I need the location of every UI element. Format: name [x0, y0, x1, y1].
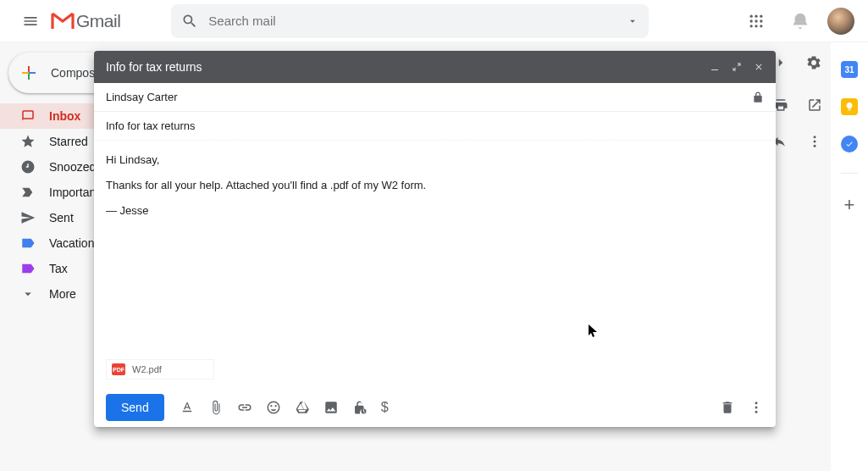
emoji-icon	[266, 400, 281, 415]
subject-text: Info for tax returns	[106, 119, 196, 132]
recipient-chip: Lindsay Carter	[106, 91, 178, 103]
insert-drive-button[interactable]	[295, 400, 310, 415]
gmail-logo-text: Gmail	[76, 11, 120, 31]
svg-point-0	[750, 14, 753, 17]
dialog-title: Info for tax returns	[106, 60, 202, 74]
svg-point-6	[750, 25, 753, 27]
search-options-button[interactable]	[627, 15, 639, 27]
attachment-name: W2.pdf	[132, 364, 162, 374]
calendar-addon[interactable]: 31	[841, 61, 858, 78]
close-icon	[754, 62, 764, 72]
main-menu-button[interactable]	[14, 4, 47, 38]
expand-icon	[732, 62, 742, 72]
svg-point-4	[755, 19, 757, 22]
svg-point-15	[755, 411, 758, 413]
mouse-cursor	[589, 324, 599, 338]
google-apps-button[interactable]	[739, 4, 773, 38]
attach-file-button[interactable]	[208, 400, 224, 415]
svg-rect-12	[711, 69, 718, 70]
svg-point-3	[750, 19, 753, 22]
keep-addon[interactable]	[841, 98, 858, 115]
subject-field[interactable]: Info for tax returns	[94, 112, 776, 141]
popout-button[interactable]	[732, 62, 742, 72]
discard-draft-button[interactable]	[720, 400, 735, 415]
search-bar[interactable]	[171, 4, 649, 38]
keep-icon	[844, 102, 854, 112]
toolbar-right	[720, 400, 764, 415]
send-button[interactable]: Send	[106, 394, 164, 421]
header-actions	[739, 4, 854, 38]
body-line: Thanks for all your help. Attached you'l…	[106, 176, 764, 195]
svg-point-13	[755, 402, 758, 404]
body-line: Hi Lindsay,	[106, 151, 764, 169]
text-format-icon	[180, 400, 195, 415]
side-divider	[841, 173, 858, 174]
recipients-field[interactable]: Lindsay Carter	[94, 83, 776, 112]
confidential-mode-toggle[interactable]	[752, 91, 764, 103]
svg-point-14	[755, 407, 758, 409]
insert-link-button[interactable]	[237, 400, 252, 415]
svg-point-5	[760, 19, 762, 22]
dialog-header[interactable]: Info for tax returns	[94, 51, 776, 83]
get-addons-button[interactable]: +	[844, 194, 855, 216]
svg-point-7	[755, 25, 757, 27]
link-icon	[237, 400, 252, 415]
hamburger-icon	[22, 13, 39, 30]
formatting-tools: $	[180, 400, 389, 415]
message-body[interactable]: Hi Lindsay, Thanks for all your help. At…	[94, 141, 776, 356]
side-panel: 31 +	[831, 42, 868, 216]
more-vert-icon	[749, 400, 764, 415]
search-input[interactable]	[208, 14, 627, 28]
dialog-header-actions	[710, 62, 764, 72]
gmail-m-icon	[51, 12, 75, 30]
compose-toolbar: Send $	[94, 388, 776, 427]
calendar-day-label: 31	[844, 65, 854, 75]
gmail-logo[interactable]: Gmail	[51, 11, 120, 31]
attachment-icon	[208, 400, 224, 415]
attachment-chip[interactable]: PDF W2.pdf	[106, 359, 214, 380]
close-button[interactable]	[754, 62, 764, 72]
search-icon	[181, 13, 198, 30]
formatting-button[interactable]	[180, 400, 195, 415]
svg-point-8	[760, 25, 762, 27]
tasks-icon	[845, 140, 854, 148]
notifications-button[interactable]	[783, 4, 817, 38]
trash-icon	[720, 400, 735, 415]
account-avatar[interactable]	[827, 8, 854, 35]
drive-icon	[295, 400, 310, 415]
image-icon	[323, 400, 339, 415]
insert-emoji-button[interactable]	[266, 400, 281, 415]
svg-point-2	[760, 14, 762, 17]
pdf-badge: PDF	[112, 363, 125, 375]
confidential-button[interactable]	[352, 400, 368, 415]
tasks-addon[interactable]	[841, 136, 858, 152]
caret-down-icon	[627, 15, 639, 27]
bell-icon	[791, 12, 810, 30]
cursor-icon	[589, 324, 599, 338]
apps-grid-icon	[748, 13, 765, 30]
insert-photo-button[interactable]	[323, 400, 339, 415]
minimize-button[interactable]	[710, 62, 720, 72]
lock-clock-icon	[352, 400, 368, 415]
insert-money-button[interactable]: $	[381, 400, 389, 415]
compose-dialog: Info for tax returns Lindsay Carter Info…	[94, 51, 776, 427]
lock-icon	[752, 91, 764, 103]
minimize-icon	[710, 62, 720, 72]
svg-point-1	[755, 14, 757, 17]
more-options-button[interactable]	[749, 400, 764, 415]
app-header: Gmail	[0, 0, 868, 42]
body-signature: — Jesse	[106, 202, 764, 220]
